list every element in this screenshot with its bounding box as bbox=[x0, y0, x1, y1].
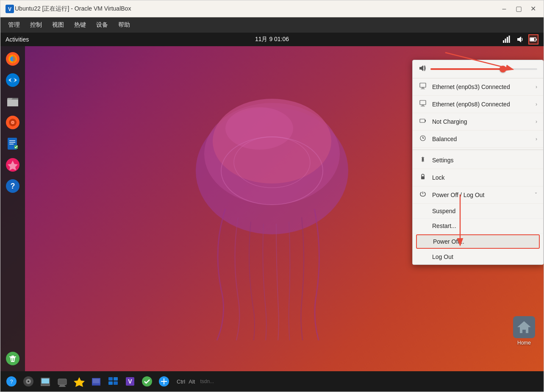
svg-rect-62 bbox=[41, 384, 50, 386]
power-profile-row[interactable]: Balanced › bbox=[413, 131, 543, 148]
svg-rect-28 bbox=[9, 140, 15, 141]
svg-rect-4 bbox=[507, 37, 508, 43]
svg-point-13 bbox=[225, 107, 293, 150]
vbox-icon: V bbox=[5, 4, 15, 14]
volume-fill bbox=[430, 68, 503, 70]
svg-rect-63 bbox=[58, 379, 67, 385]
power-submenu: Suspend Restart... Power Off... Log Out bbox=[413, 204, 543, 264]
power-tray-icon[interactable] bbox=[528, 34, 538, 44]
taskbar-icon-1[interactable]: ? bbox=[4, 374, 19, 389]
virtualbox-window: V Ubuntu22 [正在运行] - Oracle VM VirtualBox… bbox=[0, 0, 544, 392]
svg-rect-44 bbox=[420, 100, 426, 105]
svg-rect-48 bbox=[425, 120, 426, 122]
taskbar-icon-3[interactable] bbox=[38, 374, 53, 389]
gnome-tray bbox=[501, 34, 538, 44]
svg-rect-5 bbox=[509, 36, 510, 43]
taskbar-icon-7[interactable] bbox=[105, 374, 121, 389]
menu-view[interactable]: 视图 bbox=[48, 19, 68, 31]
ethernet1-label: Ethernet (enp0s3) Connected bbox=[432, 83, 530, 90]
window-title: Ubuntu22 [正在运行] - Oracle VM VirtualBox bbox=[15, 5, 498, 13]
menu-devices[interactable]: 设备 bbox=[92, 19, 112, 31]
ethernet2-label: Ethernet (enp0s8) Connected bbox=[432, 101, 530, 108]
svg-marker-40 bbox=[419, 65, 423, 71]
restart-item[interactable]: Restart... bbox=[413, 219, 543, 234]
dock: ? bbox=[0, 46, 25, 371]
battery-row[interactable]: Not Charging › bbox=[413, 113, 543, 131]
taskbar-icon-5[interactable] bbox=[72, 374, 87, 389]
svg-rect-9 bbox=[536, 39, 537, 40]
taskbar-extra-text: tsdn... bbox=[200, 378, 214, 384]
svg-point-76 bbox=[142, 376, 152, 386]
svg-rect-69 bbox=[92, 385, 100, 386]
battery-chevron: › bbox=[536, 119, 537, 125]
dock-item-writer[interactable] bbox=[3, 134, 22, 153]
title-bar: V Ubuntu22 [正在运行] - Oracle VM VirtualBox… bbox=[0, 0, 544, 17]
dock-item-appstore[interactable] bbox=[3, 156, 22, 174]
desktop-home-folder[interactable]: Home bbox=[513, 316, 535, 346]
logout-item[interactable]: Log Out bbox=[413, 250, 543, 264]
svg-rect-46 bbox=[421, 106, 425, 107]
svg-text:?: ? bbox=[11, 182, 15, 190]
sound-tray-icon[interactable] bbox=[515, 34, 525, 44]
volume-icon bbox=[419, 64, 426, 74]
svg-rect-70 bbox=[108, 377, 113, 381]
desktop[interactable]: ? bbox=[0, 46, 544, 371]
taskbar-icon-9[interactable] bbox=[139, 374, 155, 389]
dock-item-firefox[interactable] bbox=[3, 50, 22, 68]
power-off-row[interactable]: Power Off / Log Out ˅ bbox=[413, 186, 543, 204]
dock-item-thunderbird[interactable] bbox=[3, 71, 22, 89]
svg-text:V: V bbox=[128, 378, 132, 385]
minimize-button[interactable]: – bbox=[498, 4, 511, 14]
taskbar-icon-4[interactable] bbox=[55, 374, 70, 389]
menu-control[interactable]: 控制 bbox=[26, 19, 46, 31]
network-icon2 bbox=[419, 100, 427, 108]
svg-rect-22 bbox=[7, 100, 18, 106]
network-icon bbox=[419, 83, 427, 91]
home-folder-label: Home bbox=[517, 340, 531, 346]
network-tray-icon[interactable] bbox=[501, 34, 511, 44]
taskbar-alt-text: Alt bbox=[189, 378, 195, 385]
ethernet1-chevron: › bbox=[536, 84, 537, 90]
ethernet2-row[interactable]: Ethernet (enp0s8) Connected › bbox=[413, 96, 543, 113]
home-folder-icon bbox=[513, 316, 535, 338]
taskbar-icon-8[interactable]: V bbox=[122, 374, 138, 389]
svg-rect-8 bbox=[530, 38, 534, 41]
dock-item-trash[interactable] bbox=[3, 349, 22, 368]
settings-row[interactable]: Settings bbox=[413, 152, 543, 169]
menu-help[interactable]: 帮助 bbox=[114, 19, 134, 31]
dock-item-files[interactable] bbox=[3, 92, 22, 111]
poweroff-item[interactable]: Power Off... bbox=[416, 234, 540, 249]
svg-point-59 bbox=[28, 381, 29, 382]
svg-rect-2 bbox=[503, 40, 504, 43]
ethernet1-row[interactable]: Ethernet (enp0s3) Connected › bbox=[413, 78, 543, 96]
svg-point-20 bbox=[11, 78, 15, 82]
taskbar-icon-2[interactable] bbox=[21, 374, 36, 389]
taskbar-icon-10[interactable] bbox=[156, 374, 172, 389]
battery-label: Not Charging bbox=[432, 118, 530, 125]
volume-slider[interactable] bbox=[430, 68, 537, 70]
taskbar-ctrl-text: Ctrl bbox=[177, 378, 185, 385]
suspend-item[interactable]: Suspend bbox=[413, 204, 543, 219]
maximize-button[interactable]: ▢ bbox=[512, 4, 525, 14]
system-menu-panel: Ethernet (enp0s3) Connected › Ethernet (… bbox=[412, 60, 544, 265]
activities-button[interactable]: Activities bbox=[6, 36, 29, 43]
lock-row[interactable]: Lock bbox=[413, 169, 543, 186]
taskbar-icon-6[interactable] bbox=[89, 374, 104, 389]
dock-item-audio[interactable] bbox=[3, 113, 22, 132]
svg-rect-42 bbox=[422, 87, 424, 89]
menu-bar: 管理 控制 视图 热键 设备 帮助 bbox=[0, 17, 544, 33]
svg-text:V: V bbox=[8, 6, 11, 12]
lock-icon bbox=[419, 173, 427, 182]
svg-rect-47 bbox=[420, 119, 425, 122]
settings-label: Settings bbox=[432, 157, 537, 164]
menu-manage[interactable]: 管理 bbox=[4, 19, 24, 31]
svg-rect-43 bbox=[421, 89, 425, 89]
settings-icon bbox=[419, 156, 427, 164]
volume-thumb[interactable] bbox=[500, 66, 506, 72]
power-profile-icon bbox=[419, 135, 427, 143]
close-button[interactable]: ✕ bbox=[527, 4, 539, 14]
menu-hotkeys[interactable]: 热键 bbox=[70, 19, 90, 31]
svg-rect-51 bbox=[421, 176, 425, 179]
svg-rect-72 bbox=[108, 381, 113, 385]
dock-item-help[interactable]: ? bbox=[3, 177, 22, 195]
